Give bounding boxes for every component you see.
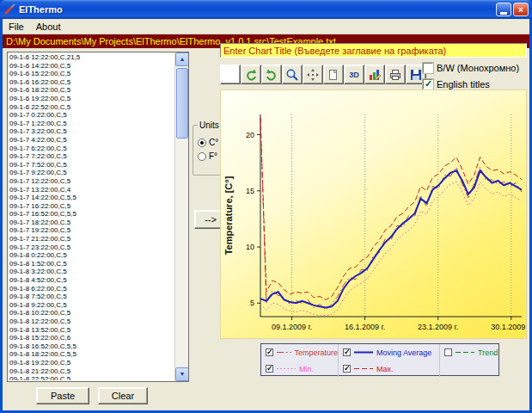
zoom-button[interactable] xyxy=(282,65,303,84)
svg-text:16.1.2009 г.: 16.1.2009 г. xyxy=(345,323,385,331)
svg-text:Temperature, [C°]: Temperature, [C°] xyxy=(223,176,234,255)
list-item[interactable]: 09-1-8 9:22:00,C,5 xyxy=(9,301,174,310)
english-titles-checkbox-row[interactable]: English titles xyxy=(423,79,490,89)
scroll-thumb[interactable] xyxy=(176,68,188,139)
svg-text:10: 10 xyxy=(246,243,254,251)
chart-title-input[interactable] xyxy=(220,43,527,58)
threed-label: 3D xyxy=(349,71,359,79)
list-item[interactable]: 09-1-6 16:22:00,C,5 xyxy=(9,78,174,87)
units-label: Units xyxy=(198,120,221,130)
list-item[interactable]: 09-1-7 19:22:00,C,5 xyxy=(9,226,174,235)
bw-checkbox[interactable] xyxy=(423,63,433,73)
list-item[interactable]: 09-1-7 7:22:00,C,5 xyxy=(9,152,174,161)
list-item[interactable]: 09-1-7 16:52:00,C,5,5 xyxy=(9,210,174,219)
list-item[interactable]: 09-1-7 4:22:00,C,5 xyxy=(9,136,174,145)
legend-item-movingaverage[interactable]: Moving Average xyxy=(339,344,440,361)
legend-item-trend[interactable]: Trend xyxy=(440,344,498,361)
legend-checkbox[interactable] xyxy=(266,348,273,356)
list-item[interactable]: 09-1-8 4:52:00,C,5 xyxy=(9,276,174,285)
list-item[interactable]: 09-1-6 12:22:00,C,21,5 xyxy=(9,53,174,62)
close-icon: × xyxy=(518,5,523,15)
list-item[interactable]: 09-1-7 12:22:00,C,5 xyxy=(9,177,174,186)
legend-line-sample xyxy=(276,365,297,373)
list-item[interactable]: 09-1-6 22:52:00,C,5 xyxy=(9,103,174,112)
list-item[interactable]: 09-1-7 16:22:00,C,5 xyxy=(9,202,174,211)
data-list[interactable]: 09-1-6 12:22:00,C,21,509-1-6 14:22:00,C,… xyxy=(7,52,189,382)
list-item[interactable]: 09-1-8 13:52:00,C,5 xyxy=(9,326,174,335)
list-item[interactable]: 09-1-8 3:22:00,C,5 xyxy=(9,268,174,276)
list-item[interactable]: 09-1-6 15:22:00,C,5 xyxy=(9,70,174,78)
list-item[interactable]: 09-1-8 18:22:00,C,5,5 xyxy=(9,350,174,359)
svg-text:30.1.2009 г.: 30.1.2009 г. xyxy=(491,323,526,331)
legend-item-temperature[interactable]: Temperature xyxy=(261,344,339,361)
temperature-chart[interactable]: 09.1.2009 г.16.1.2009 г.23.1.2009 г.30.1… xyxy=(221,90,526,342)
list-item[interactable]: 09-1-8 22:52:00,C,5 xyxy=(9,375,174,380)
list-item[interactable]: 09-1-7 23:22:00,C,5 xyxy=(9,243,174,252)
close-button[interactable]: × xyxy=(513,3,529,16)
app-window: ElThermo × File About D:\My Documents\My… xyxy=(0,0,532,413)
list-item[interactable]: 09-1-8 12:22:00,C,5 xyxy=(9,317,174,326)
legend-checkbox[interactable] xyxy=(343,348,351,356)
list-item[interactable]: 09-1-7 13:22:00,C,4 xyxy=(9,186,174,194)
list-item[interactable]: 09-1-8 21:22:00,C,5 xyxy=(9,367,174,376)
list-item[interactable]: 09-1-7 9:22:00,C,5 xyxy=(9,169,174,177)
legend-checkbox[interactable] xyxy=(266,365,273,373)
save-icon xyxy=(409,68,423,82)
clear-button[interactable]: Clear xyxy=(98,387,148,404)
list-item[interactable]: 09-1-6 14:22:00,C,5 xyxy=(9,62,174,71)
minimize-button[interactable] xyxy=(496,3,511,16)
list-item[interactable]: 09-1-6 18:22:00,C,5 xyxy=(9,86,174,95)
legend-checkbox[interactable] xyxy=(343,365,351,373)
legend-row: TemperatureMoving AverageTrend xyxy=(261,344,498,361)
copy-page-button[interactable] xyxy=(323,65,344,84)
copy-page-icon xyxy=(327,68,340,82)
legend-checkbox[interactable] xyxy=(444,348,452,356)
legend-line-sample xyxy=(455,348,475,356)
list-item[interactable]: 09-1-7 1:22:00,C,5 xyxy=(9,120,174,128)
menu-file[interactable]: File xyxy=(3,20,30,34)
fahrenheit-radio[interactable] xyxy=(198,152,206,161)
list-item[interactable]: 09-1-7 3:22:00,C,5 xyxy=(9,127,174,136)
threed-button[interactable]: 3D xyxy=(344,65,364,84)
list-item[interactable]: 09-1-8 0:22:00,C,5 xyxy=(9,251,174,260)
list-item[interactable]: 09-1-8 6:22:00,C,5 xyxy=(9,285,174,293)
list-item[interactable]: 09-1-6 19:22:00,C,5 xyxy=(9,95,174,103)
edit-chart-button[interactable] xyxy=(364,65,385,84)
print-button[interactable] xyxy=(385,65,406,84)
list-item[interactable]: 09-1-8 19:22:00,C,5 xyxy=(9,359,174,367)
celsius-radio[interactable] xyxy=(198,139,206,147)
legend-item-max[interactable]: Max. xyxy=(339,361,440,377)
list-item[interactable]: 09-1-7 0:22:00,C,5 xyxy=(9,111,174,120)
list-item[interactable]: 09-1-8 7:52:00,C,5 xyxy=(9,293,174,301)
chart-area[interactable]: 09.1.2009 г.16.1.2009 г.23.1.2009 г.30.1… xyxy=(220,89,527,339)
edit-chart-icon xyxy=(368,68,382,82)
list-item[interactable]: 09-1-8 15:22:00,C,6 xyxy=(9,334,174,342)
list-item[interactable]: 09-1-8 10:22:00,C,5 xyxy=(9,309,174,317)
celsius-label: C° xyxy=(209,138,218,147)
rotate-cw-button[interactable] xyxy=(261,65,282,84)
list-item[interactable]: 09-1-7 18:22:00,C,5 xyxy=(9,219,174,227)
list-item[interactable]: 09-1-8 16:52:00,C,5,5 xyxy=(9,342,174,351)
rotate-ccw-button[interactable] xyxy=(241,65,261,84)
english-titles-checkbox[interactable] xyxy=(423,79,433,89)
blank-tool-button[interactable] xyxy=(220,65,241,84)
pan-button[interactable] xyxy=(303,65,323,84)
list-item[interactable]: 09-1-7 6:22:00,C,5 xyxy=(9,145,174,153)
rotate-cw-icon xyxy=(265,68,278,82)
list-item[interactable]: 09-1-7 21:22:00,C,5 xyxy=(9,235,174,243)
paste-button[interactable]: Paste xyxy=(36,387,89,404)
scroll-up-icon[interactable]: ▲ xyxy=(175,52,189,66)
list-item[interactable]: 09-1-7 7:52:00,C,5 xyxy=(9,161,174,170)
chart-legend: TemperatureMoving AverageTrend Min.Max. xyxy=(260,343,499,376)
bw-checkbox-row[interactable]: B/W (Монохромно) xyxy=(423,63,519,73)
list-item[interactable]: 09-1-8 1:52:00,C,5 xyxy=(9,260,174,268)
svg-text:23.1.2009 г.: 23.1.2009 г. xyxy=(418,323,458,331)
list-scrollbar[interactable]: ▲ ▼ xyxy=(174,52,188,381)
list-item[interactable]: 09-1-7 14:22:00,C,5,5 xyxy=(9,194,174,202)
legend-item-min[interactable]: Min. xyxy=(261,361,339,377)
scroll-down-icon[interactable]: ▼ xyxy=(175,367,189,381)
title-bar[interactable]: ElThermo × xyxy=(0,0,532,19)
legend-line-sample xyxy=(353,348,374,356)
legend-label: Max. xyxy=(376,365,394,373)
menu-about[interactable]: About xyxy=(30,20,67,34)
